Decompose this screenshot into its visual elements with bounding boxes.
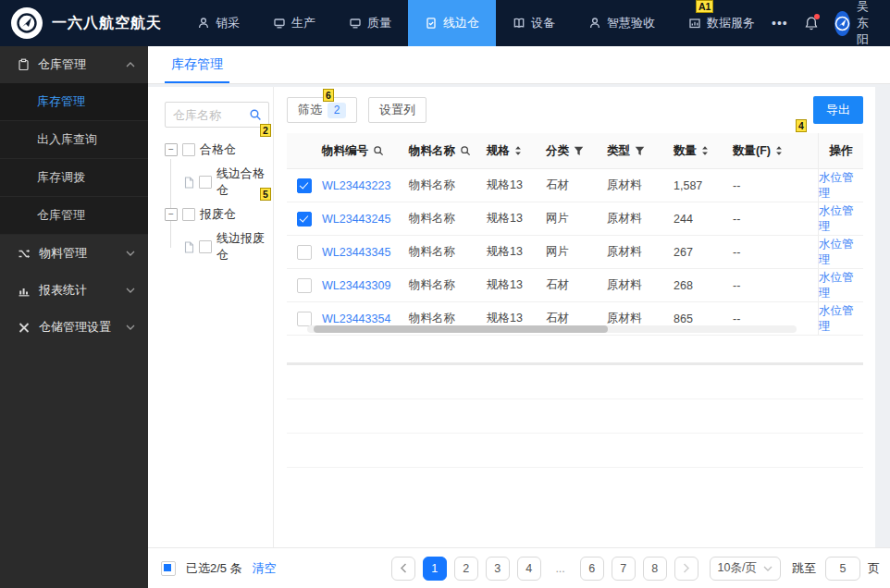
sidebar-item-inout-query[interactable]: 出入库查询 [0, 121, 148, 159]
page-button-1[interactable]: 1 [423, 557, 447, 581]
tree-node-scrap[interactable]: − 报废仓 [165, 203, 273, 226]
qty-cell: 267 [674, 246, 733, 259]
row-checkbox[interactable] [297, 278, 312, 293]
next-page-button[interactable] [674, 557, 698, 581]
prev-page-button[interactable] [391, 557, 415, 581]
nav-label: 质量 [367, 15, 391, 31]
tree-node-line-scrap[interactable]: 线边报废仓 [165, 236, 273, 258]
sidebar-item-stock-transfer[interactable]: 库存调拨 [0, 159, 148, 197]
tab-inventory-mgmt[interactable]: 库存管理 [167, 46, 228, 82]
page-button-8[interactable]: 8 [643, 557, 667, 581]
collapse-toggle-icon[interactable]: − [165, 208, 178, 221]
row-checkbox[interactable] [297, 212, 312, 227]
column-settings-button[interactable]: 设置列 [368, 97, 426, 123]
notification-dot [814, 14, 820, 19]
search-icon[interactable] [247, 108, 268, 121]
clear-selection-link[interactable]: 清空 [253, 560, 277, 577]
material-code-link[interactable]: WL23443223 [322, 179, 409, 192]
nav-item-quality[interactable]: 质量 [332, 0, 408, 46]
warehouse-search-input[interactable] [166, 108, 247, 122]
empty-row [287, 365, 863, 399]
nav-item-line-warehouse[interactable]: 线边仓 [408, 0, 496, 46]
column-label: 物料名称 [409, 143, 455, 159]
nav-item-sales[interactable]: 销采 [180, 0, 256, 46]
nav-item-equipment[interactable]: 设备 [496, 0, 572, 46]
more-menu-button[interactable]: ••• [772, 16, 788, 31]
sidebar-group-storage-settings[interactable]: 仓储管理设置 [0, 309, 148, 346]
annotation-marker-a1: A1 [696, 0, 713, 13]
user-menu[interactable]: 吴东阳 [834, 0, 878, 48]
pagination-ellipsis[interactable]: ... [549, 557, 573, 581]
filter-icon[interactable] [635, 146, 645, 156]
spec-cell: 规格13 [487, 277, 546, 293]
jump-page-input[interactable] [825, 557, 860, 581]
tree-checkbox[interactable] [182, 208, 195, 221]
sidebar-group-label: 仓储管理设置 [39, 319, 111, 336]
nav-item-data-service[interactable]: 数据服务 [672, 0, 772, 46]
row-checkbox[interactable] [297, 178, 312, 193]
sort-icon[interactable] [701, 145, 709, 156]
search-icon[interactable] [373, 145, 384, 156]
collapse-toggle-icon[interactable]: − [165, 143, 178, 156]
warehouse-tree-panel: − 合格仓 线边合格仓 − 报废仓 线边报废仓 [148, 87, 274, 547]
page-button-4[interactable]: 4 [517, 557, 541, 581]
column-header-category[interactable]: 分类 [546, 143, 607, 159]
spec-cell: 规格13 [487, 211, 546, 227]
tree-node-line-qualified[interactable]: 线边合格仓 [165, 171, 273, 193]
column-header-spec[interactable]: 规格 [487, 143, 546, 159]
selected-count-text: 已选2/5 条 [186, 560, 242, 577]
column-header-material-code[interactable]: 物料编号 [322, 143, 409, 159]
page-size-value: 10条/页 [718, 560, 757, 576]
nav-item-smart-acceptance[interactable]: 智慧验收 [572, 0, 672, 46]
sidebar-group-report-stats[interactable]: 报表统计 [0, 272, 148, 309]
notification-bell-icon[interactable] [804, 16, 819, 31]
filter-button[interactable]: 筛选 2 [287, 97, 357, 123]
row-checkbox[interactable] [297, 312, 312, 326]
scrollbar-thumb[interactable] [314, 325, 608, 333]
sidebar-group-material-mgmt[interactable]: 物料管理 [0, 235, 148, 272]
page-size-select[interactable]: 10条/页 [710, 557, 781, 581]
sort-icon[interactable] [514, 145, 522, 156]
water-level-link[interactable]: 水位管理 [818, 202, 863, 235]
export-button[interactable]: 导出 [813, 96, 863, 124]
water-level-link[interactable]: 水位管理 [818, 269, 863, 301]
water-level-link[interactable]: 水位管理 [818, 236, 863, 268]
sort-icon[interactable] [775, 145, 783, 156]
page-button-6[interactable]: 6 [580, 557, 604, 581]
horizontal-scrollbar[interactable] [307, 325, 797, 333]
filter-icon[interactable] [574, 146, 584, 156]
material-code-link[interactable]: WL23443309 [322, 279, 409, 292]
sidebar-item-inventory-mgmt[interactable]: 库存管理 [0, 83, 148, 121]
nav-item-production[interactable]: 生产 [256, 0, 332, 46]
material-code-link[interactable]: WL23443354 [322, 312, 409, 325]
annotation-marker-2: 2 [260, 124, 271, 137]
username: 吴东阳 [857, 0, 878, 48]
water-level-link[interactable]: 水位管理 [818, 302, 863, 335]
sidebar-item-warehouse-mgmt[interactable]: 仓库管理 [0, 197, 148, 235]
search-icon[interactable] [460, 145, 471, 156]
tree-checkbox[interactable] [199, 240, 212, 253]
select-all-checkbox[interactable] [161, 561, 176, 576]
sidebar: 仓库管理 库存管理 出入库查询 库存调拨 仓库管理 物料管理 报表统计 仓储管理… [0, 46, 148, 588]
tree-node-qualified[interactable]: − 合格仓 [165, 139, 273, 161]
column-header-type[interactable]: 类型 [607, 143, 674, 159]
material-code-link[interactable]: WL23443245 [322, 213, 409, 226]
sidebar-item-label: 库存管理 [37, 93, 85, 110]
row-checkbox[interactable] [297, 245, 312, 260]
filter-button-label: 筛选 [298, 102, 322, 118]
page-button-2[interactable]: 2 [454, 557, 478, 581]
page-button-3[interactable]: 3 [486, 557, 510, 581]
water-level-link[interactable]: 水位管理 [818, 169, 863, 202]
tree-checkbox[interactable] [182, 143, 195, 156]
type-cell: 原材料 [607, 178, 674, 193]
column-header-material-name[interactable]: 物料名称 [409, 143, 487, 159]
column-header-qty[interactable]: 数量 [674, 143, 733, 159]
material-code-link[interactable]: WL23443345 [322, 246, 409, 259]
tree-node-label: 线边报废仓 [216, 230, 273, 263]
sidebar-group-warehouse-mgmt[interactable]: 仓库管理 [0, 46, 148, 83]
column-label: 数量 [674, 143, 697, 159]
page-button-7[interactable]: 7 [612, 557, 636, 581]
tree-checkbox[interactable] [199, 176, 212, 189]
warehouse-search-box [165, 102, 269, 128]
column-header-qty-f[interactable]: 数量(F) [733, 143, 818, 159]
